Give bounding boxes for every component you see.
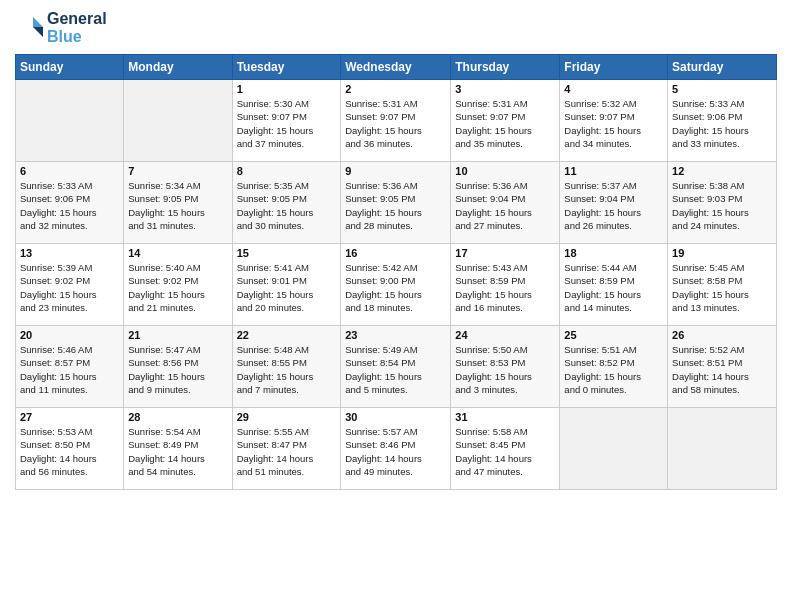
- calendar-cell: 24Sunrise: 5:50 AMSunset: 8:53 PMDayligh…: [451, 326, 560, 408]
- day-info: Sunrise: 5:55 AMSunset: 8:47 PMDaylight:…: [237, 425, 337, 478]
- calendar-cell: 1Sunrise: 5:30 AMSunset: 9:07 PMDaylight…: [232, 80, 341, 162]
- page: General Blue SundayMondayTuesdayWednesda…: [0, 0, 792, 612]
- day-info: Sunrise: 5:44 AMSunset: 8:59 PMDaylight:…: [564, 261, 663, 314]
- day-number: 8: [237, 165, 337, 177]
- day-info: Sunrise: 5:42 AMSunset: 9:00 PMDaylight:…: [345, 261, 446, 314]
- calendar-week-row: 13Sunrise: 5:39 AMSunset: 9:02 PMDayligh…: [16, 244, 777, 326]
- day-number: 15: [237, 247, 337, 259]
- day-info: Sunrise: 5:39 AMSunset: 9:02 PMDaylight:…: [20, 261, 119, 314]
- header: General Blue: [15, 10, 777, 46]
- day-number: 28: [128, 411, 227, 423]
- day-number: 4: [564, 83, 663, 95]
- day-of-week-saturday: Saturday: [668, 55, 777, 80]
- day-number: 25: [564, 329, 663, 341]
- day-number: 29: [237, 411, 337, 423]
- day-info: Sunrise: 5:31 AMSunset: 9:07 PMDaylight:…: [345, 97, 446, 150]
- day-number: 21: [128, 329, 227, 341]
- day-info: Sunrise: 5:48 AMSunset: 8:55 PMDaylight:…: [237, 343, 337, 396]
- calendar-cell: 31Sunrise: 5:58 AMSunset: 8:45 PMDayligh…: [451, 408, 560, 490]
- calendar-cell: 17Sunrise: 5:43 AMSunset: 8:59 PMDayligh…: [451, 244, 560, 326]
- calendar-cell: 14Sunrise: 5:40 AMSunset: 9:02 PMDayligh…: [124, 244, 232, 326]
- calendar-cell: 27Sunrise: 5:53 AMSunset: 8:50 PMDayligh…: [16, 408, 124, 490]
- logo-icon: [15, 13, 45, 43]
- day-info: Sunrise: 5:33 AMSunset: 9:06 PMDaylight:…: [672, 97, 772, 150]
- calendar-cell: 19Sunrise: 5:45 AMSunset: 8:58 PMDayligh…: [668, 244, 777, 326]
- calendar-cell: 21Sunrise: 5:47 AMSunset: 8:56 PMDayligh…: [124, 326, 232, 408]
- calendar-cell: 11Sunrise: 5:37 AMSunset: 9:04 PMDayligh…: [560, 162, 668, 244]
- day-info: Sunrise: 5:30 AMSunset: 9:07 PMDaylight:…: [237, 97, 337, 150]
- day-info: Sunrise: 5:47 AMSunset: 8:56 PMDaylight:…: [128, 343, 227, 396]
- day-info: Sunrise: 5:45 AMSunset: 8:58 PMDaylight:…: [672, 261, 772, 314]
- day-number: 6: [20, 165, 119, 177]
- day-number: 26: [672, 329, 772, 341]
- calendar-cell: 15Sunrise: 5:41 AMSunset: 9:01 PMDayligh…: [232, 244, 341, 326]
- day-number: 18: [564, 247, 663, 259]
- calendar-cell: 22Sunrise: 5:48 AMSunset: 8:55 PMDayligh…: [232, 326, 341, 408]
- day-number: 2: [345, 83, 446, 95]
- day-info: Sunrise: 5:33 AMSunset: 9:06 PMDaylight:…: [20, 179, 119, 232]
- day-number: 5: [672, 83, 772, 95]
- calendar-cell: 12Sunrise: 5:38 AMSunset: 9:03 PMDayligh…: [668, 162, 777, 244]
- day-number: 3: [455, 83, 555, 95]
- day-info: Sunrise: 5:40 AMSunset: 9:02 PMDaylight:…: [128, 261, 227, 314]
- calendar-cell: 10Sunrise: 5:36 AMSunset: 9:04 PMDayligh…: [451, 162, 560, 244]
- calendar-cell: 5Sunrise: 5:33 AMSunset: 9:06 PMDaylight…: [668, 80, 777, 162]
- day-info: Sunrise: 5:41 AMSunset: 9:01 PMDaylight:…: [237, 261, 337, 314]
- day-number: 23: [345, 329, 446, 341]
- calendar-cell: 2Sunrise: 5:31 AMSunset: 9:07 PMDaylight…: [341, 80, 451, 162]
- day-of-week-sunday: Sunday: [16, 55, 124, 80]
- day-number: 30: [345, 411, 446, 423]
- day-number: 19: [672, 247, 772, 259]
- day-info: Sunrise: 5:38 AMSunset: 9:03 PMDaylight:…: [672, 179, 772, 232]
- calendar-cell: 6Sunrise: 5:33 AMSunset: 9:06 PMDaylight…: [16, 162, 124, 244]
- calendar-cell: 9Sunrise: 5:36 AMSunset: 9:05 PMDaylight…: [341, 162, 451, 244]
- logo: General Blue: [15, 10, 107, 46]
- day-number: 24: [455, 329, 555, 341]
- calendar-week-row: 1Sunrise: 5:30 AMSunset: 9:07 PMDaylight…: [16, 80, 777, 162]
- logo-text: General Blue: [47, 10, 107, 46]
- calendar-cell: 16Sunrise: 5:42 AMSunset: 9:00 PMDayligh…: [341, 244, 451, 326]
- day-info: Sunrise: 5:37 AMSunset: 9:04 PMDaylight:…: [564, 179, 663, 232]
- day-info: Sunrise: 5:57 AMSunset: 8:46 PMDaylight:…: [345, 425, 446, 478]
- calendar-cell: 8Sunrise: 5:35 AMSunset: 9:05 PMDaylight…: [232, 162, 341, 244]
- day-info: Sunrise: 5:35 AMSunset: 9:05 PMDaylight:…: [237, 179, 337, 232]
- day-info: Sunrise: 5:54 AMSunset: 8:49 PMDaylight:…: [128, 425, 227, 478]
- day-info: Sunrise: 5:32 AMSunset: 9:07 PMDaylight:…: [564, 97, 663, 150]
- day-number: 16: [345, 247, 446, 259]
- day-of-week-wednesday: Wednesday: [341, 55, 451, 80]
- day-info: Sunrise: 5:53 AMSunset: 8:50 PMDaylight:…: [20, 425, 119, 478]
- day-number: 9: [345, 165, 446, 177]
- calendar-cell: 4Sunrise: 5:32 AMSunset: 9:07 PMDaylight…: [560, 80, 668, 162]
- calendar-week-row: 6Sunrise: 5:33 AMSunset: 9:06 PMDaylight…: [16, 162, 777, 244]
- day-info: Sunrise: 5:36 AMSunset: 9:05 PMDaylight:…: [345, 179, 446, 232]
- calendar-cell: [16, 80, 124, 162]
- day-of-week-friday: Friday: [560, 55, 668, 80]
- calendar-cell: 26Sunrise: 5:52 AMSunset: 8:51 PMDayligh…: [668, 326, 777, 408]
- calendar-cell: [560, 408, 668, 490]
- calendar-cell: 3Sunrise: 5:31 AMSunset: 9:07 PMDaylight…: [451, 80, 560, 162]
- day-of-week-tuesday: Tuesday: [232, 55, 341, 80]
- calendar-cell: 29Sunrise: 5:55 AMSunset: 8:47 PMDayligh…: [232, 408, 341, 490]
- day-info: Sunrise: 5:36 AMSunset: 9:04 PMDaylight:…: [455, 179, 555, 232]
- day-info: Sunrise: 5:31 AMSunset: 9:07 PMDaylight:…: [455, 97, 555, 150]
- day-number: 1: [237, 83, 337, 95]
- calendar-cell: 18Sunrise: 5:44 AMSunset: 8:59 PMDayligh…: [560, 244, 668, 326]
- day-number: 14: [128, 247, 227, 259]
- day-number: 12: [672, 165, 772, 177]
- calendar-header-row: SundayMondayTuesdayWednesdayThursdayFrid…: [16, 55, 777, 80]
- calendar-cell: 20Sunrise: 5:46 AMSunset: 8:57 PMDayligh…: [16, 326, 124, 408]
- day-number: 7: [128, 165, 227, 177]
- day-info: Sunrise: 5:50 AMSunset: 8:53 PMDaylight:…: [455, 343, 555, 396]
- day-info: Sunrise: 5:34 AMSunset: 9:05 PMDaylight:…: [128, 179, 227, 232]
- calendar-cell: 13Sunrise: 5:39 AMSunset: 9:02 PMDayligh…: [16, 244, 124, 326]
- calendar-cell: 28Sunrise: 5:54 AMSunset: 8:49 PMDayligh…: [124, 408, 232, 490]
- day-number: 10: [455, 165, 555, 177]
- calendar-week-row: 27Sunrise: 5:53 AMSunset: 8:50 PMDayligh…: [16, 408, 777, 490]
- calendar-cell: 30Sunrise: 5:57 AMSunset: 8:46 PMDayligh…: [341, 408, 451, 490]
- day-info: Sunrise: 5:51 AMSunset: 8:52 PMDaylight:…: [564, 343, 663, 396]
- day-info: Sunrise: 5:52 AMSunset: 8:51 PMDaylight:…: [672, 343, 772, 396]
- day-of-week-thursday: Thursday: [451, 55, 560, 80]
- day-number: 17: [455, 247, 555, 259]
- day-number: 11: [564, 165, 663, 177]
- day-info: Sunrise: 5:43 AMSunset: 8:59 PMDaylight:…: [455, 261, 555, 314]
